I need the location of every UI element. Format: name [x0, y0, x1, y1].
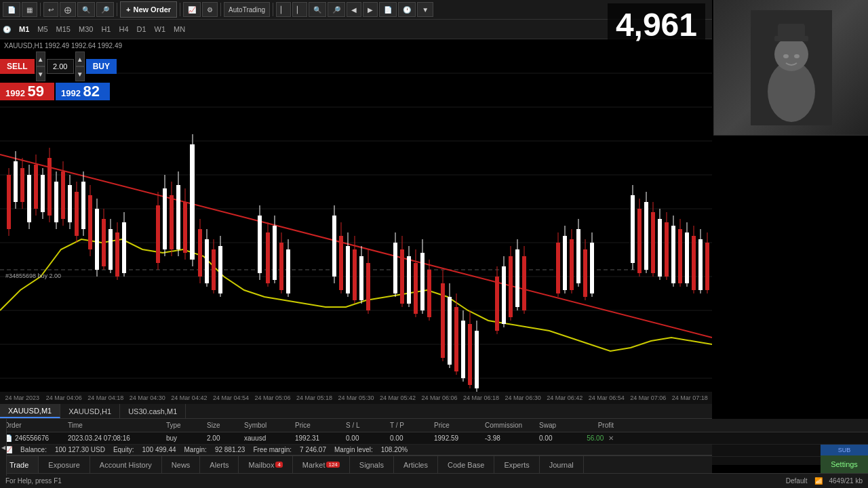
- tf-icon: 🕑: [3, 26, 11, 33]
- tab-account-history[interactable]: Account History: [90, 456, 162, 473]
- tab-code-base[interactable]: Code Base: [438, 456, 494, 473]
- time-label-3: 24 Mar 04:30: [127, 394, 169, 401]
- side-panel-indicator: ◀: [0, 419, 7, 476]
- margin-level-label: Margin level:: [334, 446, 373, 453]
- margin-label: Margin:: [184, 446, 207, 453]
- chart-tab-1[interactable]: XAUUSD,H1: [60, 404, 120, 418]
- tf-m5[interactable]: M5: [35, 24, 50, 35]
- period-btn1[interactable]: ▏: [276, 2, 291, 17]
- time-label-6: 24 Mar 05:06: [252, 394, 294, 401]
- order-id-0: 📄 246556676: [0, 434, 68, 442]
- delete-icon-0[interactable]: ✕: [608, 434, 614, 442]
- toolbar-row1: 📄 ▦ ↩ ⨁ 🔍 🔎 + New Order 📈 ⚙ AutoTrading …: [0, 0, 712, 20]
- order-sl-0: 0.00: [346, 434, 390, 442]
- svg-rect-4: [778, 24, 805, 37]
- order-commission-0: -3.98: [485, 434, 539, 442]
- tab-experts[interactable]: Experts: [494, 456, 539, 473]
- buy-price-prefix: 1992: [61, 88, 81, 98]
- tab-news[interactable]: News: [162, 456, 201, 473]
- chart-settings-btn[interactable]: ⚙: [202, 2, 218, 17]
- market-badge: 124: [326, 462, 339, 468]
- crosshair-btn[interactable]: ⨁: [60, 2, 76, 17]
- col-header-type: Type: [166, 422, 207, 429]
- lot-up-btn[interactable]: ▲: [36, 52, 45, 66]
- period-btn2[interactable]: ▏: [292, 2, 307, 17]
- tf-h4[interactable]: H4: [116, 24, 131, 35]
- margin-level-value: 108.20%: [381, 446, 408, 453]
- zoom-out-btn[interactable]: 🔎: [96, 2, 114, 17]
- lot-up-btn2[interactable]: ▲: [75, 52, 85, 66]
- template-btn[interactable]: 📄: [379, 2, 397, 17]
- webcam-overlay: [713, 0, 868, 136]
- col-header-symbol: Symbol: [244, 422, 295, 429]
- lot-input[interactable]: 2.00: [47, 59, 74, 74]
- lot-down-btn2[interactable]: ▼: [75, 66, 85, 81]
- status-network: 📶: [814, 477, 823, 485]
- equity-value: 100 499.44: [142, 446, 176, 453]
- orders-header: Order Time Type Size Symbol Price S / L …: [0, 419, 868, 432]
- file-menu-btn[interactable]: 📄: [3, 2, 20, 17]
- sell-button[interactable]: SELL: [0, 59, 35, 74]
- new-order-btn[interactable]: + New Order: [120, 1, 177, 18]
- chart-info-bar: XAUUSD,H1 1992.49 1992.64 1992.49: [0, 39, 712, 52]
- indicators-btn[interactable]: 📈: [183, 2, 201, 17]
- chart-area[interactable]: XAUUSD,H1 1992.49 1992.64 1992.49 SELL ▲…: [0, 39, 712, 392]
- chart-tab-0[interactable]: XAUUSD,M1: [0, 404, 60, 418]
- more-btn[interactable]: ▼: [417, 2, 433, 17]
- settings-button[interactable]: Settings: [821, 455, 868, 473]
- sep2: [117, 3, 117, 16]
- tf-mn[interactable]: MN: [171, 24, 188, 35]
- chart-tabs: XAUUSD,M1 XAUUSD,H1 US30.cash,M1: [0, 404, 712, 419]
- tab-market[interactable]: Market 124: [293, 456, 350, 473]
- time-label-16: 24 Mar 07:18: [669, 394, 711, 401]
- order-swap-0: 0.00: [539, 434, 580, 442]
- tf-m30[interactable]: M30: [76, 24, 96, 35]
- time-label-13: 24 Mar 06:42: [544, 394, 586, 401]
- col-header-price: Price: [295, 422, 346, 429]
- chart-symbol-info: XAUUSD,H1 1992.49 1992.64 1992.49: [4, 42, 122, 49]
- tf-m1[interactable]: M1: [16, 24, 32, 35]
- time-label-4: 24 Mar 04:42: [168, 394, 210, 401]
- col-header-sl: S / L: [346, 422, 390, 429]
- scroll-left[interactable]: ◀: [347, 2, 361, 17]
- time-label-2: 24 Mar 04:18: [85, 394, 127, 401]
- clock-btn[interactable]: 🕐: [398, 2, 416, 17]
- mailbox-badge: 4: [275, 462, 282, 468]
- buy-button[interactable]: BUY: [86, 59, 117, 74]
- scroll-right[interactable]: ▶: [363, 2, 378, 17]
- tab-signals[interactable]: Signals: [350, 456, 394, 473]
- order-row-0[interactable]: 📄 246556676 2023.03.24 07:08:16 buy 2.00…: [0, 432, 868, 445]
- time-axis: 24 Mar 2023 24 Mar 04:06 24 Mar 04:18 24…: [0, 392, 712, 404]
- lot-down-btn[interactable]: ▼: [36, 66, 45, 81]
- svg-point-6: [794, 54, 800, 58]
- zoom-controls[interactable]: 🔍: [309, 2, 326, 17]
- time-label-1: 24 Mar 04:06: [43, 394, 85, 401]
- tf-w1[interactable]: W1: [152, 24, 169, 35]
- tab-mailbox[interactable]: Mailbox 4: [239, 456, 292, 473]
- chart-order-label: #34855698 buy 2.00: [5, 272, 61, 279]
- zoom-out2[interactable]: 🔎: [328, 2, 345, 17]
- auto-trading-btn[interactable]: AutoTrading: [224, 2, 270, 17]
- time-label-5: 24 Mar 04:54: [210, 394, 252, 401]
- tf-d1[interactable]: D1: [134, 24, 149, 35]
- chart-tab-2[interactable]: US30.cash,M1: [120, 404, 186, 418]
- zoom-in-btn[interactable]: 🔍: [77, 2, 95, 17]
- free-margin-value: 7 246.07: [300, 446, 326, 453]
- balance-label: Balance:: [20, 446, 47, 453]
- time-label-8: 24 Mar 05:30: [335, 394, 377, 401]
- sep5: [273, 3, 273, 16]
- tf-h1[interactable]: H1: [98, 24, 113, 35]
- sep1: [40, 3, 41, 16]
- tab-journal[interactable]: Journal: [540, 456, 584, 473]
- balance-value: 100 127.30 USD: [55, 446, 105, 453]
- tab-exposure[interactable]: Exposure: [39, 456, 90, 473]
- undo-btn[interactable]: ↩: [43, 2, 58, 17]
- status-kb: 4649/21 kb: [829, 477, 863, 485]
- tab-alerts[interactable]: Alerts: [200, 456, 239, 473]
- webcam-feed: [714, 0, 868, 135]
- tab-articles[interactable]: Articles: [394, 456, 438, 473]
- chart-type-btn[interactable]: ▦: [22, 2, 37, 17]
- svg-point-5: [783, 54, 789, 58]
- order-price-0: 1992.31: [295, 434, 346, 442]
- tf-m15[interactable]: M15: [54, 24, 73, 35]
